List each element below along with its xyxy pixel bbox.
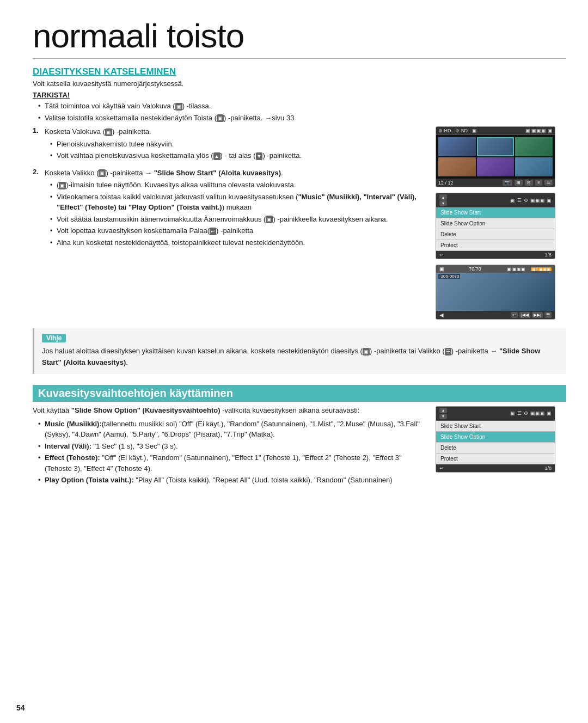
menu2-item-slideshow-option[interactable]: Slide Show Option bbox=[436, 432, 555, 443]
thumb-3 bbox=[515, 137, 553, 156]
play1-icon: ▣ bbox=[439, 266, 444, 272]
step1-sub-2: Voit vaihtaa pienoiskuvasivua koskettama… bbox=[50, 150, 425, 161]
play1-counter: 70/70 bbox=[469, 266, 481, 272]
step2: 2. Kosketa Valikko (▣) -painiketta → "Sl… bbox=[33, 168, 425, 249]
step2-sub-4: Voit lopettaa kuvaesityksen koskettamall… bbox=[50, 225, 425, 236]
section2-bullets: Music (Musiikki):(tallennettu musiikki s… bbox=[33, 419, 425, 486]
play-screen-1: ▣ 70/70 ▣ ▣▣▣ ▣F ▣▣▣ -100-0070 ◀ ↩ |◀◀ bbox=[436, 265, 555, 320]
section1-right: ⊕ HD ⊕ SD ▣ ▣ ▣▣▣ ▣ 12 / 12 bbox=[436, 126, 566, 320]
cam1-icons: ⊕ HD ⊕ SD ▣ bbox=[438, 128, 477, 133]
cam1-bottombar: 12 / 12 📷 ⊞ ⊟ ≡ ☰ bbox=[436, 179, 555, 187]
menu1-item-slideshow-option[interactable]: Slide Show Option bbox=[436, 218, 555, 229]
step2-main: Kosketa Valikko (▣) -painiketta → "Slide… bbox=[45, 168, 425, 179]
down-arrow-1[interactable]: ▼ bbox=[439, 200, 447, 206]
menu1-item-slideshow-start[interactable]: Slide Show Start bbox=[436, 207, 555, 218]
cam1-grid2-icon[interactable]: ⊟ bbox=[525, 180, 533, 186]
step2-sub-3: Voit säätää taustamusiikin äänenvoimakku… bbox=[50, 214, 425, 225]
play1-topbar: ▣ 70/70 ▣ ▣▣▣ ▣F ▣▣▣ bbox=[436, 265, 555, 273]
section2-right: ▲ ▼ ▣ ☰ ⚙ ▣▣▣ ▣ Slide Show Start Slide S… bbox=[436, 406, 566, 489]
up-arrow-2[interactable]: ▲ bbox=[439, 408, 447, 413]
section2-bullet-playoption: Play Option (Toista vaiht.): "Play All" … bbox=[38, 475, 425, 486]
menu2-back-icon[interactable]: ↩ bbox=[439, 465, 444, 471]
camera-screen-1: ⊕ HD ⊕ SD ▣ ▣ ▣▣▣ ▣ 12 / 12 bbox=[436, 126, 555, 187]
thumb-6 bbox=[515, 157, 553, 176]
cam1-camera-icon[interactable]: 📷 bbox=[503, 180, 512, 186]
vihje-label: Vihje bbox=[42, 334, 66, 342]
thumb-2-selected bbox=[477, 137, 514, 156]
step2-sublist: (▣)-ilmaisin tulee näyttöön. Kuvaesitys … bbox=[45, 180, 425, 248]
play1-image: -100-0070 bbox=[436, 273, 555, 311]
menu2-icon2: ☰ bbox=[517, 410, 522, 416]
cam1-list-icon[interactable]: ≡ bbox=[535, 180, 542, 186]
section1-intro: Voit katsella kuvaesitystä numerojärjest… bbox=[33, 79, 566, 88]
menu1-icon1: ▣ bbox=[510, 198, 515, 203]
cam1-thumbgrid bbox=[436, 135, 555, 179]
menu1-items: Slide Show Start Slide Show Option Delet… bbox=[436, 207, 555, 251]
cam1-counter: 12 / 12 bbox=[438, 180, 454, 186]
menu1-item-protect[interactable]: Protect bbox=[436, 240, 555, 251]
vihje-text: Jos haluat aloittaa diaesityksen yksittä… bbox=[42, 346, 559, 369]
page-number: 54 bbox=[16, 703, 25, 712]
section2-bullet-interval: Interval (Väli): "1 Sec" (1 s), "3 Sec" … bbox=[38, 441, 425, 452]
section1-heading: DIAESITYKSEN KATSELEMINEN bbox=[33, 66, 566, 77]
cam1-topbar: ⊕ HD ⊕ SD ▣ ▣ ▣▣▣ ▣ bbox=[436, 127, 555, 135]
menu1-icon2: ☰ bbox=[517, 198, 522, 203]
menu1-topbar: ▲ ▼ ▣ ☰ ⚙ ▣▣▣ ▣ bbox=[436, 193, 555, 207]
play1-vol-icon[interactable]: ◀ bbox=[439, 312, 444, 318]
menu2-battery: ▣▣▣ ▣ bbox=[530, 410, 552, 416]
section2: Kuvaesitysvaihtoehtojen käyttäminen Voit… bbox=[33, 385, 566, 489]
menu2-icon3: ⚙ bbox=[524, 410, 528, 416]
menu1-back-icon[interactable]: ↩ bbox=[439, 252, 444, 258]
step1-main: Kosketa Valokuva (▣) -painiketta. bbox=[45, 126, 425, 137]
menu2-topicons: ▣ ☰ ⚙ ▣▣▣ ▣ bbox=[510, 410, 552, 416]
play1-menu-btn[interactable]: ☰ bbox=[544, 312, 552, 318]
step2-sub-1: (▣)-ilmaisin tulee näyttöön. Kuvaesitys … bbox=[50, 180, 425, 191]
vihje-box: Vihje Jos haluat aloittaa diaesityksen y… bbox=[33, 328, 566, 374]
play1-bottombar: ◀ ↩ |◀◀ ▶▶| ☰ bbox=[436, 311, 555, 319]
menu2-item-delete[interactable]: Delete bbox=[436, 443, 555, 454]
section1-left: 1. Kosketa Valokuva (▣) -painiketta. Pie… bbox=[33, 126, 425, 320]
nav-arrows-1: ▲ ▼ bbox=[439, 194, 447, 206]
step1-num: 1. bbox=[33, 126, 41, 134]
section1: DIAESITYKSEN KATSELEMINEN Voit katsella … bbox=[33, 66, 566, 374]
menu1-icon3: ⚙ bbox=[524, 198, 528, 203]
menu2-topbar: ▲ ▼ ▣ ☰ ⚙ ▣▣▣ ▣ bbox=[436, 407, 555, 421]
play1-right: ▣ ▣▣▣ ▣F ▣▣▣ bbox=[506, 266, 552, 272]
nav-arrows-2: ▲ ▼ bbox=[439, 408, 447, 419]
tarkista-item-1: Tätä toimintoa voi käyttää vain Valokuva… bbox=[38, 101, 566, 112]
up-arrow-1[interactable]: ▲ bbox=[439, 194, 447, 200]
down-arrow-2[interactable]: ▼ bbox=[439, 414, 447, 419]
menu1-topicons: ▣ ☰ ⚙ ▣▣▣ ▣ bbox=[510, 198, 552, 203]
play1-f-indicator: ▣F ▣▣▣ bbox=[531, 267, 552, 271]
menu2-item-slideshow-start[interactable]: Slide Show Start bbox=[436, 421, 555, 432]
menu1-battery: ▣▣▣ ▣ bbox=[530, 198, 552, 203]
thumb-5 bbox=[477, 157, 514, 176]
menu-screen-2: ▲ ▼ ▣ ☰ ⚙ ▣▣▣ ▣ Slide Show Start Slide S… bbox=[436, 406, 555, 473]
menu1-page-indicator: 1/8 bbox=[544, 252, 552, 258]
page-title: normaali toisto bbox=[33, 16, 566, 59]
step1-sub-1: Pienoiskuvahakemisto tulee näkyviin. bbox=[50, 139, 425, 150]
cam1-battery: ▣ ▣▣▣ ▣ bbox=[525, 128, 553, 133]
cam1-grid-icon[interactable]: ⊞ bbox=[514, 180, 523, 186]
tarkista-label: TARKISTA! bbox=[33, 91, 566, 99]
tarkista-item-2: Valitse toistotila koskettamalla nesteki… bbox=[38, 113, 566, 124]
section2-bullet-effect: Effect (Tehoste): "Off" (Ei käyt.), "Ran… bbox=[38, 452, 425, 474]
menu2-icon1: ▣ bbox=[510, 410, 515, 416]
play1-next-btn[interactable]: ▶▶| bbox=[532, 312, 543, 318]
thumb-4 bbox=[438, 157, 476, 176]
menu-screen-1: ▲ ▼ ▣ ☰ ⚙ ▣▣▣ ▣ Slide Show Start Slide S… bbox=[436, 193, 555, 259]
cam1-menu-icon[interactable]: ☰ bbox=[544, 180, 553, 186]
section2-intro: Voit käyttää "Slide Show Option" (Kuvaes… bbox=[33, 406, 425, 414]
section2-content: Voit käyttää "Slide Show Option" (Kuvaes… bbox=[33, 406, 566, 489]
step1-sublist: Pienoiskuvahakemisto tulee näkyviin. Voi… bbox=[45, 139, 425, 161]
menu2-item-protect[interactable]: Protect bbox=[436, 454, 555, 464]
play1-back-btn[interactable]: ↩ bbox=[511, 312, 518, 318]
step2-sub-5: Aina kun kosketat nestekidenäyttöä, tois… bbox=[50, 237, 425, 248]
play1-prev-btn[interactable]: |◀◀ bbox=[519, 312, 530, 318]
play1-img-counter: -100-0070 bbox=[438, 274, 460, 279]
thumb-1 bbox=[438, 137, 476, 156]
menu2-bottombar: ↩ 1/8 bbox=[436, 464, 555, 472]
menu2-items: Slide Show Start Slide Show Option Delet… bbox=[436, 421, 555, 464]
menu1-item-delete[interactable]: Delete bbox=[436, 229, 555, 240]
menu2-page-indicator: 1/8 bbox=[544, 465, 552, 471]
